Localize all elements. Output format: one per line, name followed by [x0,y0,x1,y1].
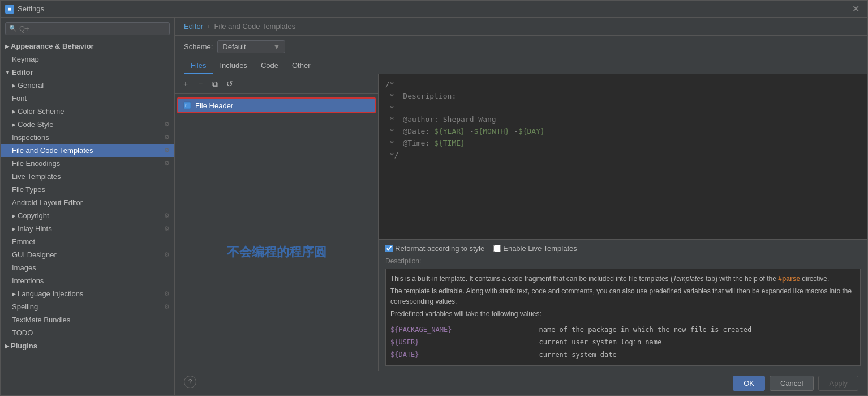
settings-icon: ⚙ [164,134,170,141]
sidebar-item-label: Editor [12,68,33,76]
ok-button[interactable]: OK [733,376,765,391]
sidebar-item-label: Plugins [11,342,37,350]
list-item[interactable]: f File Header [177,97,376,113]
settings-icon: ⚙ [164,121,170,128]
arrow-icon: ▶ [12,109,16,114]
sidebar: 🔍 ▶ Appearance & Behavior Keymap ▼ Edito… [1,18,175,395]
sidebar-item-label: File Encodings [12,159,60,168]
file-template-icon: f [183,101,192,110]
tab-files-label: Files [191,61,206,70]
scheme-row: Scheme: Default ▼ [175,36,867,58]
file-list-toolbar: + − ⧉ ↺ [175,74,378,94]
app-icon: ■ [5,5,14,14]
window-title: Settings [18,5,849,13]
live-templates-checkbox-label[interactable]: Enable Live Templates [493,244,577,253]
sidebar-item-label: Language Injections [18,289,83,298]
scheme-value: Default [222,42,246,51]
sidebar-item-intentions[interactable]: Intentions [1,274,174,287]
close-button[interactable]: ✕ [849,2,863,15]
tab-files[interactable]: Files [184,58,213,74]
reformat-checkbox[interactable] [385,245,393,252]
tab-other-label: Other [292,61,311,70]
sidebar-item-textmate-bundles[interactable]: TextMate Bundles [1,313,174,326]
sidebar-item-inlay-hints[interactable]: ▶ Inlay Hints ⚙ [1,222,174,235]
sidebar-item-plugins[interactable]: ▶ Plugins [1,339,174,352]
split-panel: + − ⧉ ↺ f [175,74,867,371]
tab-includes[interactable]: Includes [213,58,253,74]
code-editor[interactable]: /* * Description: * * @author: Shepard W… [379,74,867,239]
sidebar-item-label: Keymap [12,55,39,63]
description-label: Description: [385,257,861,265]
sidebar-item-label: Live Templates [12,172,61,181]
live-templates-checkbox[interactable] [493,245,501,252]
table-row: ${PACKAGE_NAME} name of the package in w… [390,323,856,336]
sidebar-item-file-encodings[interactable]: File Encodings ⚙ [1,157,174,170]
sidebar-item-copyright[interactable]: ▶ Copyright ⚙ [1,209,174,222]
sidebar-item-editor[interactable]: ▼ Editor [1,66,174,79]
apply-button[interactable]: Apply [818,376,858,391]
cancel-button[interactable]: Cancel [770,376,814,391]
sidebar-item-font[interactable]: Font [1,92,174,105]
tab-other[interactable]: Other [285,58,317,74]
sidebar-item-emmet[interactable]: Emmet [1,235,174,248]
expand-icon: ▼ [5,70,10,75]
svg-text:f: f [184,104,187,108]
checkbox-row: Reformat according to style Enable Live … [385,244,861,253]
editor-panel: /* * Description: * * @author: Shepard W… [379,74,867,371]
sidebar-item-todo[interactable]: TODO [1,326,174,339]
sidebar-item-label: Emmet [12,237,35,246]
settings-icon: ⚙ [164,147,170,154]
sidebar-item-color-scheme[interactable]: ▶ Color Scheme [1,105,174,118]
sidebar-item-label: Code Style [18,120,54,129]
copy-button[interactable]: ⧉ [209,78,221,90]
sidebar-item-label: Android Layout Editor [12,198,83,207]
sidebar-item-label: TextMate Bundles [12,316,70,324]
remove-button[interactable]: − [194,78,207,90]
sidebar-item-language-injections[interactable]: ▶ Language Injections ⚙ [1,287,174,300]
file-list-panel: + − ⧉ ↺ f [175,74,379,371]
reformat-checkbox-label[interactable]: Reformat according to style [385,244,484,253]
tab-code[interactable]: Code [254,58,285,74]
tab-includes-label: Includes [220,61,247,70]
table-row: ${USER} current user system login name [390,336,856,348]
settings-icon: ⚙ [164,303,170,310]
breadcrumb-separator: › [208,22,210,31]
sidebar-item-label: GUI Designer [12,250,57,259]
sidebar-item-keymap[interactable]: Keymap [1,53,174,66]
breadcrumb-current: File and Code Templates [214,22,296,31]
scheme-select[interactable]: Default ▼ [217,40,285,53]
sidebar-item-images[interactable]: Images [1,261,174,274]
watermark-text: 不会编程的程序圆 [227,244,326,261]
sidebar-item-android-layout-editor[interactable]: Android Layout Editor [1,196,174,209]
breadcrumb-parent[interactable]: Editor [184,22,203,31]
sidebar-item-label: File Types [12,185,45,194]
search-box[interactable]: 🔍 [5,22,170,35]
arrow-icon: ▶ [12,226,16,232]
sidebar-item-general[interactable]: ▶ General [1,79,174,92]
settings-icon: ⚙ [164,225,170,232]
help-button[interactable]: ? [184,376,196,388]
settings-icon: ⚙ [164,212,170,219]
sidebar-item-live-templates[interactable]: Live Templates [1,170,174,183]
arrow-icon: ▶ [12,122,16,127]
var-description: current user system login name [539,336,856,348]
sidebar-item-inspections[interactable]: Inspections ⚙ [1,131,174,144]
reset-button[interactable]: ↺ [224,78,236,90]
var-description: current system date [539,348,856,361]
sidebar-item-spelling[interactable]: Spelling ⚙ [1,300,174,313]
description-box: This is a built-in template. It contains… [385,269,861,366]
sidebar-item-label: Inlay Hints [18,224,52,233]
sidebar-item-label: Font [12,94,27,103]
sidebar-item-code-style[interactable]: ▶ Code Style ⚙ [1,118,174,131]
file-list: f File Header 不会编程的程序圆 [175,94,378,371]
search-input[interactable] [19,24,166,33]
sidebar-item-file-code-templates[interactable]: File and Code Templates ⚙ [1,144,174,157]
sidebar-item-gui-designer[interactable]: GUI Designer ⚙ [1,248,174,261]
scheme-label: Scheme: [184,42,213,51]
sidebar-item-appearance[interactable]: ▶ Appearance & Behavior [1,40,174,53]
sidebar-item-label: Color Scheme [18,107,64,116]
sidebar-item-file-types[interactable]: File Types [1,183,174,196]
add-button[interactable]: + [179,78,192,90]
sidebar-item-label: Images [12,263,36,272]
sidebar-item-label: Appearance & Behavior [11,42,94,50]
